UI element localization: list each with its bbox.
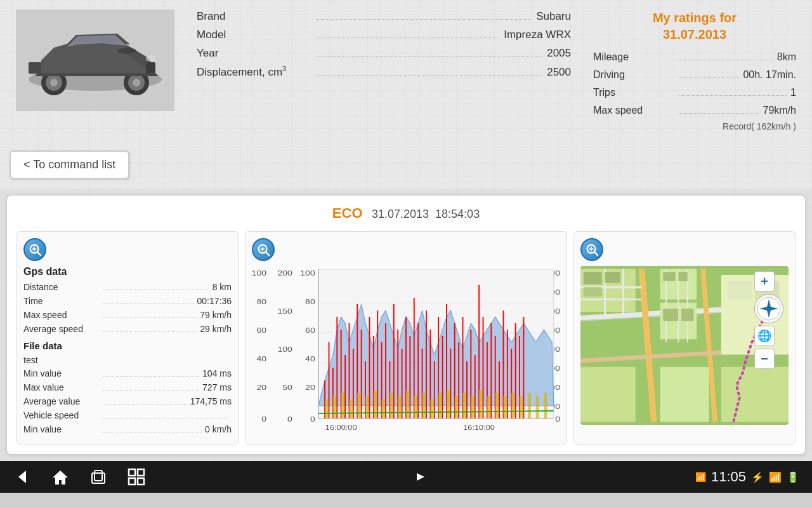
svg-text:16:10:00: 16:10:00	[463, 424, 495, 431]
model-value: Impreza WRX	[504, 29, 571, 41]
gps-time-label: Time	[23, 296, 100, 306]
svg-rect-146	[605, 272, 620, 283]
file-avgval-label: Average value	[23, 396, 100, 406]
svg-text:60: 60	[256, 326, 266, 334]
gps-avgspeed-label: Average speed	[23, 324, 100, 334]
displacement-value: 2500	[547, 66, 571, 79]
driving-value: 00h. 17min.	[743, 69, 796, 81]
home-button[interactable]	[51, 467, 70, 486]
svg-rect-164	[129, 469, 135, 476]
brand-row: Brand Subaru	[197, 10, 571, 23]
mileage-value: 8km	[777, 51, 796, 63]
svg-text:150: 150	[277, 307, 292, 315]
svg-text:0: 0	[310, 415, 315, 423]
command-list-section: < To command list	[0, 141, 812, 189]
svg-rect-102	[341, 393, 344, 418]
recents-button[interactable]	[89, 467, 108, 486]
trips-row: Trips 1	[593, 86, 796, 98]
svg-rect-152	[728, 281, 752, 300]
year-value: 2005	[547, 47, 571, 60]
file-data-title: File data	[23, 340, 232, 351]
svg-rect-143	[660, 367, 709, 422]
file-maxval-row: Max value 727 ms	[23, 382, 232, 392]
gps-distance-label: Distance	[23, 282, 100, 292]
map-nav-button[interactable]	[754, 294, 783, 323]
svg-rect-108	[390, 393, 393, 418]
map-globe-button[interactable]: 🌐	[754, 326, 775, 346]
model-dots	[316, 28, 499, 38]
svg-rect-144	[721, 367, 789, 422]
svg-marker-168	[417, 473, 424, 481]
svg-line-16	[266, 252, 270, 256]
svg-rect-101	[333, 396, 336, 418]
brand-value: Subaru	[536, 10, 571, 23]
file-maxval-value: 727 ms	[202, 382, 232, 392]
screenshot-button[interactable]	[127, 467, 146, 486]
svg-rect-151	[681, 309, 693, 321]
svg-point-8	[146, 55, 156, 62]
svg-line-134	[594, 252, 598, 256]
map-area[interactable]: + 🌐	[580, 266, 789, 425]
back-button[interactable]	[13, 467, 32, 486]
vehicle-speed-row: Vehicle speed	[23, 410, 232, 420]
time-display: 11:05	[711, 469, 746, 485]
gps-avgspeed-row: Average speed 29 km/h	[23, 323, 232, 334]
svg-point-10	[117, 48, 136, 54]
mileage-label: Mileage	[593, 51, 676, 63]
eco-title: ECO	[332, 205, 363, 221]
svg-rect-113	[430, 399, 433, 418]
svg-marker-160	[18, 471, 26, 483]
svg-rect-119	[479, 390, 482, 418]
svg-rect-165	[138, 469, 144, 476]
svg-marker-161	[53, 471, 68, 485]
command-list-button[interactable]: < To command list	[10, 150, 129, 179]
min-val2-label: Min value	[23, 424, 100, 434]
svg-rect-142	[580, 367, 636, 422]
svg-rect-106	[374, 390, 377, 418]
svg-text:40: 40	[305, 355, 315, 363]
driving-label: Driving	[593, 69, 676, 81]
gps-zoom-icon[interactable]	[23, 238, 46, 261]
svg-text:100: 100	[300, 269, 315, 277]
file-avgval-value: 174,75 ms	[190, 396, 232, 406]
record-line: Record( 162km/h )	[593, 121, 796, 131]
svg-line-12	[37, 252, 41, 256]
svg-rect-122	[503, 396, 506, 418]
svg-text:0: 0	[287, 415, 292, 423]
svg-rect-115	[447, 390, 450, 418]
svg-rect-150	[663, 309, 678, 321]
file-minval-row: Min value 104 ms	[23, 368, 232, 378]
map-zoom-out-button[interactable]: −	[754, 349, 775, 369]
center-button[interactable]	[411, 467, 430, 486]
svg-text:0: 0	[555, 415, 560, 423]
brand-dots	[316, 10, 531, 20]
eco-card: ECO 31.07.2013 18:54:03 Gps data	[6, 195, 806, 455]
svg-rect-126	[536, 396, 539, 418]
svg-rect-163	[95, 471, 102, 481]
gps-distance-value: 8 km	[213, 282, 232, 292]
svg-text:200: 200	[277, 269, 292, 277]
gps-title: Gps data	[23, 266, 232, 277]
svg-text:40: 40	[256, 355, 266, 363]
svg-rect-149	[678, 272, 687, 281]
file-minval-label: Min value	[23, 368, 100, 378]
displacement-dots	[316, 65, 542, 76]
svg-rect-107	[382, 399, 385, 418]
svg-rect-109	[398, 396, 401, 418]
map-zoom-in-button[interactable]: +	[754, 271, 775, 291]
max-speed-row: Max speed 79km/h	[593, 104, 796, 116]
eco-panels: Gps data Distance 8 km Time 00:17:36 Max…	[16, 231, 796, 444]
car-details-section: Brand Subaru Model Impreza WRX Year 2005…	[187, 6, 580, 135]
chart-zoom-icon[interactable]	[252, 238, 275, 261]
status-left	[13, 467, 146, 486]
svg-rect-120	[487, 396, 490, 418]
map-zoom-icon[interactable]	[580, 238, 603, 261]
svg-text:80: 80	[256, 298, 266, 305]
eco-header: ECO 31.07.2013 18:54:03	[16, 205, 796, 222]
svg-rect-9	[29, 62, 41, 74]
svg-text:20: 20	[256, 384, 266, 391]
chart-svg: 100 80 60 40 20 0 200 150 100 50 0 100 8…	[252, 266, 560, 431]
svg-rect-116	[455, 396, 458, 418]
gps-maxspeed-label: Max speed	[23, 310, 100, 320]
gps-avgspeed-value: 29 km/h	[200, 324, 232, 334]
